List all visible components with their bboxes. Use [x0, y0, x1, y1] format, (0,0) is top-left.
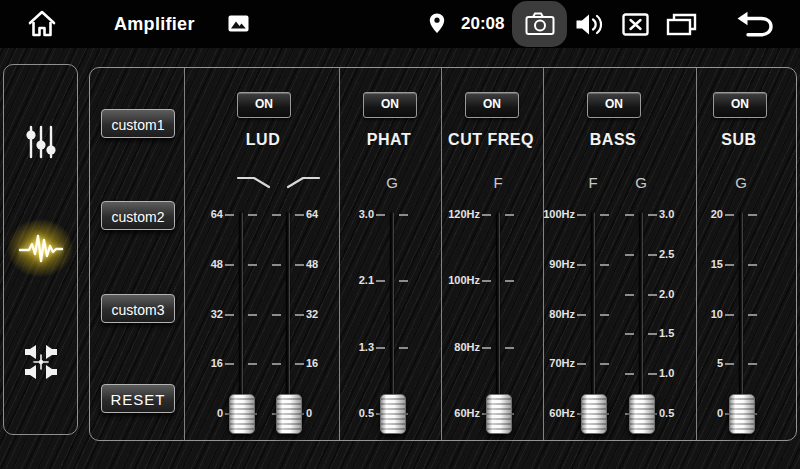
tick-mark: [748, 214, 757, 216]
tick-mark: [625, 214, 634, 216]
tick-mark: [748, 264, 757, 266]
tick-label: 2.1: [314, 274, 374, 286]
home-icon[interactable]: [26, 9, 58, 39]
tick-mark: [248, 264, 257, 266]
tick-mark: [225, 214, 234, 216]
volume-icon[interactable]: [575, 12, 604, 37]
band-label-bass: G: [611, 174, 671, 191]
tick-label: 120Hz: [420, 208, 480, 220]
tick-mark: [625, 254, 634, 256]
tick-mark: [295, 264, 304, 266]
tick-label: 64: [163, 208, 223, 220]
shelf-rollup-icon: [282, 172, 322, 190]
panel-divider: [339, 68, 340, 440]
tick-mark: [725, 363, 734, 365]
clock: 20:08: [461, 0, 504, 48]
tick-mark: [625, 294, 634, 296]
tick-label: 0: [163, 407, 223, 419]
tick-mark: [577, 363, 586, 365]
tick-label: 10: [663, 308, 723, 320]
tick-mark: [399, 347, 408, 349]
tick-mark: [600, 363, 609, 365]
on-button-bass[interactable]: ON: [587, 92, 641, 118]
speaker-balance-icon: [21, 342, 61, 382]
tick-mark: [577, 264, 586, 266]
shelf-rolloff-icon: [235, 172, 275, 190]
tick-mark: [248, 214, 257, 216]
on-button-lud[interactable]: ON: [237, 92, 291, 118]
tick-mark: [376, 214, 385, 216]
tick-mark: [399, 280, 408, 282]
tick-mark: [648, 294, 657, 296]
panel-title-bass: BASS: [543, 131, 683, 149]
tick-mark: [399, 214, 408, 216]
tick-mark: [748, 314, 757, 316]
panel-title-lud: LUD: [193, 131, 333, 149]
amplifier-screen: { "topbar": { "title": "Amplifier", "tim…: [0, 0, 800, 469]
slider-knob-cut-freq[interactable]: [486, 394, 512, 434]
sidebar-item-equalizer[interactable]: [4, 121, 77, 163]
tick-mark: [225, 363, 234, 365]
tick-label: 48: [306, 258, 366, 270]
tick-mark: [748, 363, 757, 365]
tick-label: 0: [663, 407, 723, 419]
tick-mark: [225, 314, 234, 316]
panel-divider: [441, 68, 442, 440]
tick-mark: [725, 314, 734, 316]
tick-label: 70Hz: [515, 357, 575, 369]
on-button-phat[interactable]: ON: [363, 92, 417, 118]
tick-mark: [376, 280, 385, 282]
tick-label: 48: [163, 258, 223, 270]
on-button-sub[interactable]: ON: [713, 92, 767, 118]
tick-mark: [505, 214, 514, 216]
image-icon[interactable]: [228, 15, 249, 32]
tick-mark: [648, 214, 657, 216]
sidebar-item-speaker-balance[interactable]: [4, 341, 77, 383]
panel-title-cut-freq: CUT FREQ: [421, 131, 561, 149]
tick-label: 15: [663, 258, 723, 270]
tick-label: 80Hz: [420, 341, 480, 353]
tick-mark: [295, 214, 304, 216]
panel-divider: [543, 68, 544, 440]
tick-mark: [225, 264, 234, 266]
tick-mark: [600, 214, 609, 216]
tick-mark: [272, 314, 281, 316]
recent-apps-icon[interactable]: [666, 13, 697, 36]
preset-custom1-button[interactable]: custom1: [101, 109, 175, 138]
camera-icon: [525, 12, 555, 36]
close-window-icon[interactable]: [622, 13, 649, 36]
tick-label: 3.0: [314, 208, 374, 220]
tick-label: 60Hz: [515, 407, 575, 419]
tick-mark: [295, 314, 304, 316]
tick-mark: [248, 314, 257, 316]
band-label-sub: G: [711, 174, 771, 191]
tick-mark: [295, 363, 304, 365]
back-icon[interactable]: [735, 11, 773, 38]
slider-knob-bass[interactable]: [581, 394, 607, 434]
slider-knob-sub[interactable]: [729, 394, 755, 434]
tick-mark: [272, 264, 281, 266]
amplifier-panel: custom1 custom2 custom3 RESET ONLUD64483…: [89, 67, 797, 441]
slider-knob-lud[interactable]: [229, 394, 255, 434]
slider-knob-phat[interactable]: [380, 394, 406, 434]
tick-mark: [482, 347, 491, 349]
camera-button[interactable]: [512, 1, 567, 47]
location-icon: [429, 13, 445, 34]
tick-label: 32: [163, 308, 223, 320]
tick-label: 1.3: [314, 341, 374, 353]
on-button-cut-freq[interactable]: ON: [465, 92, 519, 118]
tick-label: 100Hz: [420, 274, 480, 286]
slider-knob-bass[interactable]: [629, 394, 655, 434]
tick-mark: [600, 314, 609, 316]
slider-knob-lud[interactable]: [276, 394, 302, 434]
tick-label: 16: [163, 357, 223, 369]
tick-label: 100Hz: [515, 208, 575, 220]
tick-label: 16: [306, 357, 366, 369]
sidebar-item-sound-effects[interactable]: [4, 231, 77, 265]
tick-mark: [625, 333, 634, 335]
tick-mark: [248, 363, 257, 365]
tick-mark: [272, 363, 281, 365]
tick-label: 80Hz: [515, 308, 575, 320]
tick-mark: [725, 264, 734, 266]
tick-mark: [376, 347, 385, 349]
